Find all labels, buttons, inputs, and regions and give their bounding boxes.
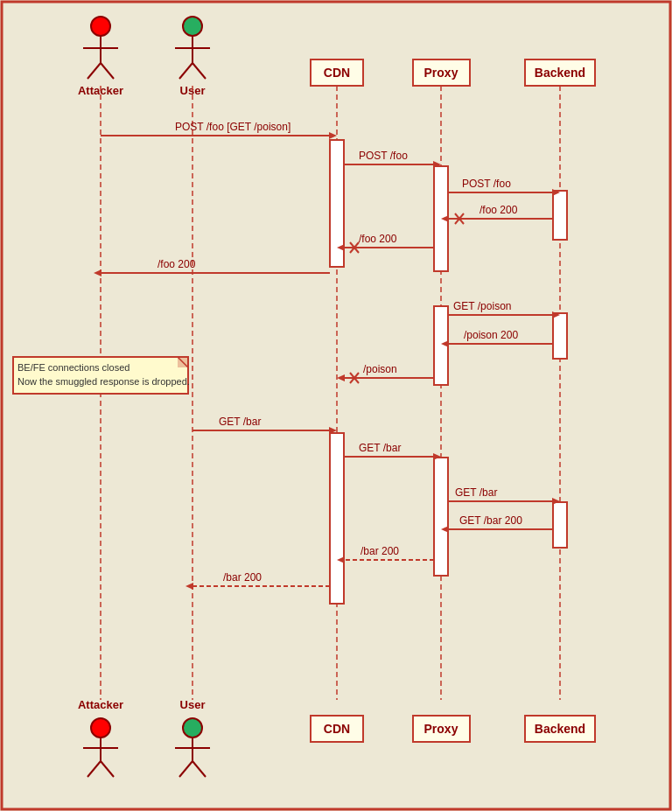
svg-rect-28 — [553, 313, 567, 359]
svg-marker-71 — [329, 427, 337, 434]
svg-text:POST /foo: POST /foo — [359, 150, 408, 162]
svg-line-4 — [88, 63, 101, 79]
svg-rect-29 — [330, 433, 344, 604]
svg-point-95 — [183, 718, 202, 738]
svg-marker-39 — [552, 189, 560, 196]
svg-text:/foo 200: /foo 200 — [480, 204, 518, 216]
svg-rect-27 — [434, 306, 448, 385]
svg-text:Backend: Backend — [535, 66, 585, 80]
svg-text:Now the smuggled response is d: Now the smuggled response is dropped. — [18, 376, 190, 387]
svg-marker-47 — [337, 244, 345, 251]
svg-marker-33 — [329, 132, 337, 139]
svg-text:Attacker: Attacker — [78, 698, 123, 711]
svg-text:POST /foo [GET /poison]: POST /foo [GET /poison] — [175, 121, 290, 133]
svg-text:/poison 200: /poison 200 — [464, 329, 518, 341]
svg-text:Backend: Backend — [535, 722, 585, 736]
svg-marker-80 — [441, 526, 449, 533]
svg-marker-86 — [186, 583, 193, 590]
svg-text:CDN: CDN — [324, 722, 350, 736]
svg-point-7 — [183, 17, 202, 36]
svg-line-5 — [101, 63, 114, 79]
svg-marker-77 — [552, 498, 560, 505]
svg-rect-17 — [525, 59, 595, 86]
svg-text:GET /bar: GET /bar — [359, 442, 401, 454]
svg-text:/foo 200: /foo 200 — [158, 258, 196, 270]
svg-text:Proxy: Proxy — [424, 722, 458, 736]
svg-text:/foo 200: /foo 200 — [359, 233, 397, 245]
svg-text:GET /bar: GET /bar — [455, 486, 497, 499]
svg-line-49 — [350, 242, 359, 253]
svg-text:/bar 200: /bar 200 — [223, 571, 262, 584]
svg-text:GET /bar 200: GET /bar 200 — [459, 514, 522, 527]
svg-text:CDN: CDN — [324, 66, 350, 80]
svg-text:POST /foo: POST /foo — [462, 178, 511, 190]
svg-line-50 — [350, 242, 359, 253]
svg-text:User: User — [180, 84, 206, 97]
svg-line-45 — [455, 213, 464, 224]
svg-line-92 — [88, 761, 101, 777]
svg-line-64 — [350, 373, 359, 383]
svg-rect-102 — [413, 716, 470, 742]
svg-text:GET /poison: GET /poison — [453, 300, 511, 312]
svg-point-89 — [91, 718, 110, 738]
svg-marker-83 — [337, 556, 345, 563]
sequence-diagram: Attacker User CDN Proxy Backend — [0, 0, 672, 811]
svg-text:Attacker: Attacker — [78, 84, 123, 97]
svg-line-93 — [101, 761, 114, 777]
svg-text:Proxy: Proxy — [424, 66, 458, 80]
svg-text:GET /bar: GET /bar — [219, 416, 261, 428]
svg-rect-26 — [553, 191, 567, 240]
svg-marker-58 — [441, 340, 449, 347]
svg-point-1 — [91, 17, 110, 36]
svg-marker-36 — [433, 161, 441, 168]
svg-marker-55 — [552, 311, 560, 318]
svg-line-98 — [179, 761, 192, 777]
svg-line-44 — [455, 213, 464, 224]
svg-rect-0 — [0, 0, 672, 811]
svg-line-11 — [192, 63, 206, 79]
svg-rect-25 — [434, 166, 448, 271]
svg-marker-42 — [441, 215, 449, 222]
svg-marker-66 — [178, 357, 188, 367]
svg-rect-30 — [434, 458, 448, 576]
svg-text:BE/FE connections closed: BE/FE connections closed — [18, 362, 130, 373]
svg-text:/bar 200: /bar 200 — [360, 545, 399, 557]
svg-text:User: User — [180, 698, 206, 711]
svg-rect-104 — [525, 716, 595, 742]
svg-rect-31 — [553, 502, 567, 548]
svg-line-63 — [350, 373, 359, 383]
svg-rect-15 — [413, 59, 470, 86]
svg-rect-100 — [311, 716, 363, 742]
svg-rect-13 — [311, 59, 363, 86]
svg-line-10 — [179, 63, 192, 79]
svg-line-67 — [178, 357, 188, 367]
svg-marker-52 — [94, 269, 102, 276]
svg-line-99 — [192, 761, 206, 777]
svg-rect-106 — [2, 2, 670, 809]
svg-rect-24 — [330, 140, 344, 267]
svg-rect-65 — [13, 357, 188, 394]
svg-text:/poison: /poison — [363, 363, 397, 375]
svg-marker-74 — [433, 453, 441, 460]
svg-marker-61 — [337, 374, 345, 381]
